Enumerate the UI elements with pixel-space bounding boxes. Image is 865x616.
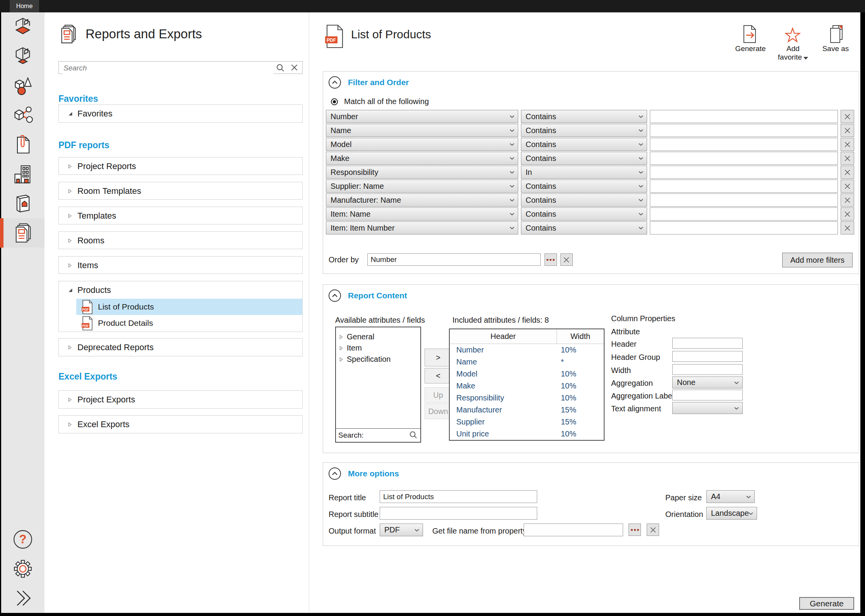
sidebar-item-expand[interactable] (1, 583, 45, 613)
tree-item-list-of-products[interactable]: PDF List of Products (76, 299, 302, 315)
filter-value-input[interactable] (650, 193, 838, 207)
search-icon[interactable] (409, 431, 417, 439)
filter-operator-select[interactable]: Contains (521, 221, 647, 234)
orientation-select[interactable]: Landscape (706, 507, 757, 520)
output-format-select[interactable]: PDF (380, 524, 423, 536)
filter-value-input[interactable] (650, 207, 838, 221)
table-row[interactable]: Unit price10% (450, 428, 604, 440)
tree-item-project-exports[interactable]: Project Exports (59, 391, 302, 408)
tree-item-items[interactable]: Items (59, 257, 302, 274)
add-more-filters-button[interactable]: Add more filters (782, 253, 853, 267)
sidebar-item-shapes[interactable] (1, 71, 45, 101)
filter-attribute-select[interactable]: Model (326, 138, 518, 151)
match-all-radio[interactable] (331, 98, 338, 105)
table-row[interactable]: Make10% (450, 380, 604, 392)
tree-item-room-templates[interactable]: Room Templates (59, 182, 302, 200)
move-down-button[interactable]: Down (425, 404, 452, 419)
filter-clear-button[interactable] (841, 193, 854, 207)
filter-clear-button[interactable] (841, 110, 854, 123)
tree-item-templates[interactable]: Templates (59, 207, 302, 224)
move-right-button[interactable]: > (425, 349, 452, 366)
tree-item-favorites[interactable]: Favorites (59, 105, 302, 122)
sidebar-item-reports[interactable] (1, 218, 45, 248)
header-group-input[interactable] (672, 351, 743, 362)
filter-value-input[interactable] (650, 221, 838, 234)
move-left-button[interactable]: < (425, 368, 452, 383)
filter-operator-select[interactable]: Contains (521, 110, 647, 123)
collapse-section-button[interactable] (329, 467, 341, 480)
table-row[interactable]: Supplier15% (450, 416, 604, 428)
filter-value-input[interactable] (650, 110, 838, 123)
tree-item-excel-exports[interactable]: Excel Exports (59, 416, 302, 433)
filter-clear-button[interactable] (841, 166, 854, 179)
table-row[interactable]: Responsibility10% (450, 392, 604, 404)
report-subtitle-input[interactable] (380, 507, 537, 520)
tab-home[interactable]: Home (10, 0, 39, 12)
filter-attribute-select[interactable]: Supplier: Name (326, 180, 518, 193)
generate-button[interactable]: Generate (732, 23, 769, 62)
tree-item-product-details[interactable]: PDF Product Details (76, 315, 302, 331)
filter-value-input[interactable] (650, 152, 838, 165)
file-name-property-more-button[interactable] (629, 524, 641, 536)
search-input[interactable] (63, 62, 273, 74)
filter-attribute-select[interactable]: Responsibility (326, 166, 518, 179)
paper-size-select[interactable]: A4 (706, 490, 755, 503)
filter-operator-select[interactable]: In (521, 166, 647, 179)
filter-clear-button[interactable] (841, 221, 854, 234)
filter-attribute-select[interactable]: Item: Item Number (326, 221, 518, 234)
tree-item-general[interactable]: General (336, 331, 420, 342)
filter-operator-select[interactable]: Contains (521, 193, 647, 207)
filter-attribute-select[interactable]: Manufacturer: Name (326, 193, 518, 207)
order-by-more-button[interactable] (545, 253, 557, 266)
filter-attribute-select[interactable]: Number (326, 110, 518, 123)
filter-attribute-select[interactable]: Make (326, 152, 518, 165)
filter-value-input[interactable] (650, 180, 838, 193)
search-icon[interactable] (276, 64, 284, 72)
generate-report-button[interactable]: Generate (799, 597, 854, 610)
order-by-clear-button[interactable] (560, 253, 573, 266)
tree-item-specification[interactable]: Specification (336, 354, 420, 365)
sidebar-item-cube-room-outline[interactable] (1, 42, 45, 71)
move-up-button[interactable]: Up (425, 387, 452, 403)
sidebar-item-building[interactable] (1, 159, 45, 189)
filter-clear-button[interactable] (841, 180, 854, 193)
filter-attribute-select[interactable]: Item: Name (326, 207, 518, 221)
aggregation-select[interactable]: None (672, 376, 743, 388)
filter-value-input[interactable] (650, 166, 838, 179)
table-row[interactable]: Name* (450, 356, 604, 368)
tree-item-rooms[interactable]: Rooms (59, 232, 302, 249)
tree-item-project-reports[interactable]: Project Reports (59, 157, 302, 175)
filter-operator-select[interactable]: Contains (521, 138, 647, 151)
filter-value-input[interactable] (650, 124, 838, 137)
filter-clear-button[interactable] (841, 138, 854, 151)
width-input[interactable] (672, 364, 743, 375)
table-row[interactable]: Model10% (450, 368, 604, 380)
save-as-button[interactable]: Save as (817, 23, 854, 62)
filter-attribute-select[interactable]: Name (326, 124, 518, 137)
filter-operator-select[interactable]: Contains (521, 152, 647, 165)
sidebar-item-paperclip-document[interactable] (1, 130, 45, 159)
tree-item-deprecated-reports[interactable]: Deprecated Reports (59, 339, 302, 356)
report-title-input[interactable] (380, 490, 537, 503)
aggregation-label-input[interactable] (672, 390, 743, 400)
file-name-property-clear-button[interactable] (647, 524, 659, 536)
filter-value-input[interactable] (650, 138, 838, 151)
filter-operator-select[interactable]: Contains (521, 180, 647, 193)
collapse-section-button[interactable] (329, 76, 341, 89)
tree-item-item[interactable]: Item (336, 342, 420, 354)
header-input[interactable] (672, 338, 743, 349)
tree-item-products[interactable]: Products (59, 281, 302, 299)
filter-clear-button[interactable] (841, 124, 854, 137)
sidebar-item-network[interactable] (1, 101, 45, 130)
sidebar-item-settings[interactable] (1, 554, 45, 583)
table-row[interactable]: Manufacturer15% (450, 404, 604, 416)
clear-search-icon[interactable] (291, 64, 298, 71)
filter-clear-button[interactable] (841, 207, 854, 221)
order-by-input[interactable] (367, 253, 541, 266)
sidebar-item-book[interactable] (1, 189, 45, 218)
collapse-section-button[interactable] (329, 289, 341, 302)
add-favorite-button[interactable]: Add favorite (774, 23, 812, 62)
sidebar-item-cube-room[interactable] (1, 12, 45, 42)
filter-clear-button[interactable] (841, 152, 854, 165)
filter-operator-select[interactable]: Contains (521, 207, 647, 221)
